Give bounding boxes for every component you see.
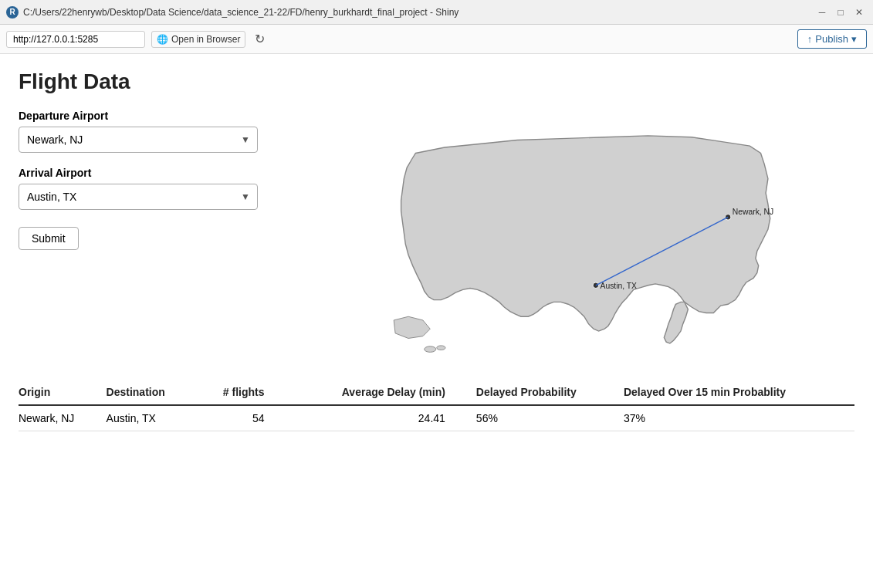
col-avg-delay: Average Delay (min) [295, 380, 475, 405]
departure-label: Departure Airport [19, 110, 281, 122]
cell-delayed-over15: 37% [624, 405, 854, 431]
table-header-row: Origin Destination # flights Average Del… [19, 380, 854, 405]
col-delayed-over15: Delayed Over 15 min Probablity [624, 380, 854, 405]
window-controls[interactable]: ─ □ ✕ [814, 5, 867, 20]
main-content: Flight Data Departure Airport Newark, NJ… [0, 54, 873, 588]
cell-destination: Austin, TX [107, 405, 198, 431]
col-destination: Destination [107, 380, 198, 405]
arrival-select[interactable]: Austin, TX New York, NY Los Angeles, CA … [19, 184, 258, 210]
svg-text:Newark, NJ: Newark, NJ [733, 208, 773, 216]
minimize-button[interactable]: ─ [814, 5, 830, 20]
table-row: Newark, NJ Austin, TX 54 24.41 56% 37% [19, 405, 854, 431]
title-bar: R C:/Users/22henrywb/Desktop/Data Scienc… [0, 0, 873, 25]
arrival-select-wrapper: Austin, TX New York, NY Los Angeles, CA … [19, 184, 258, 210]
open-in-browser-button[interactable]: 🌐 Open in Browser [151, 31, 245, 48]
arrival-group: Arrival Airport Austin, TX New York, NY … [19, 167, 281, 210]
publish-label: Publish [815, 33, 848, 45]
col-origin: Origin [19, 380, 107, 405]
url-input[interactable] [6, 31, 145, 48]
col-delayed-prob: Delayed Probability [476, 380, 624, 405]
table-body: Newark, NJ Austin, TX 54 24.41 56% 37% [19, 405, 854, 431]
left-panel: Departure Airport Newark, NJ New York, N… [19, 110, 281, 357]
address-bar: 🌐 Open in Browser ↻ ↑ Publish ▾ [0, 25, 873, 54]
col-flights: # flights [198, 380, 295, 405]
cell-flights: 54 [198, 405, 295, 431]
cell-avg-delay: 24.41 [295, 405, 475, 431]
cell-delayed-prob: 56% [476, 405, 624, 431]
reload-button[interactable]: ↻ [252, 30, 268, 48]
map-container: Newark, NJ Austin, TX [296, 110, 854, 357]
open-in-browser-label: Open in Browser [171, 34, 240, 45]
publish-button[interactable]: ↑ Publish ▾ [797, 29, 867, 49]
table-section: Origin Destination # flights Average Del… [19, 380, 854, 431]
table-head: Origin Destination # flights Average Del… [19, 380, 854, 405]
r-icon: R [6, 6, 19, 19]
page-title: Flight Data [19, 69, 854, 94]
us-map: Newark, NJ Austin, TX [296, 110, 854, 357]
departure-select[interactable]: Newark, NJ New York, NY Los Angeles, CA … [19, 127, 258, 153]
content-layout: Departure Airport Newark, NJ New York, N… [19, 110, 854, 357]
publish-dropdown-arrow: ▾ [851, 33, 857, 45]
svg-point-1 [425, 346, 436, 353]
departure-group: Departure Airport Newark, NJ New York, N… [19, 110, 281, 153]
arrival-label: Arrival Airport [19, 167, 281, 179]
departure-select-wrapper: Newark, NJ New York, NY Los Angeles, CA … [19, 127, 258, 153]
data-table: Origin Destination # flights Average Del… [19, 380, 854, 431]
svg-text:Austin, TX: Austin, TX [601, 282, 638, 290]
maximize-button[interactable]: □ [833, 5, 848, 20]
submit-button[interactable]: Submit [19, 227, 79, 250]
title-bar-left: R C:/Users/22henrywb/Desktop/Data Scienc… [6, 6, 458, 19]
close-button[interactable]: ✕ [851, 5, 867, 20]
window-title: C:/Users/22henrywb/Desktop/Data Science/… [23, 7, 458, 18]
publish-icon: ↑ [807, 33, 813, 45]
svg-point-2 [437, 346, 445, 350]
browser-icon: 🌐 [157, 34, 168, 45]
cell-origin: Newark, NJ [19, 405, 107, 431]
